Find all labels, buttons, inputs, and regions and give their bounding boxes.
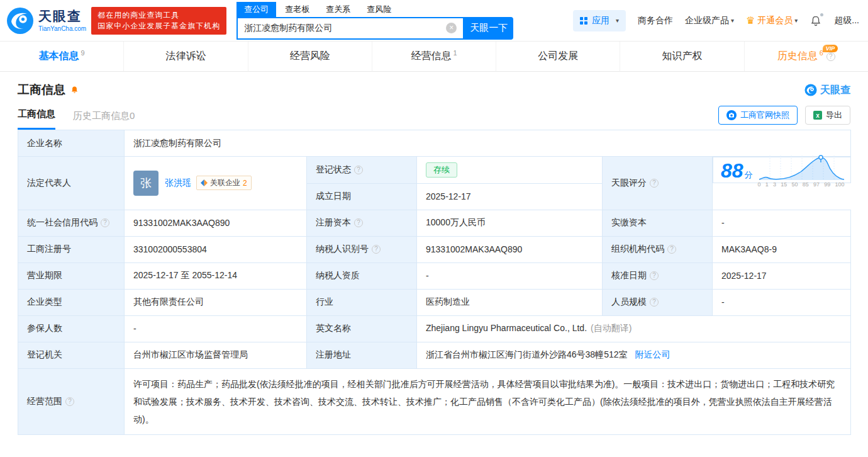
score-axis: 013 155085 9799100	[758, 181, 845, 188]
tab-label: 基本信息	[39, 50, 79, 63]
tab-intellectual-property[interactable]: 知识产权	[620, 42, 743, 71]
industry-label: 行业	[307, 289, 417, 315]
apps-menu-button[interactable]: 应用 ▾	[573, 10, 626, 31]
subtab-business-info[interactable]: 工商信息	[18, 108, 55, 130]
header-nav: 应用 ▾ 商务合作 企业级产品 ▾ ♛ 开通会员 ▾ 超级...	[573, 10, 859, 31]
business-term-value: 2025-12-17 至 2055-12-14	[125, 262, 307, 289]
score-cell: 88分	[713, 157, 851, 183]
score-label: 天眼评分?	[603, 157, 713, 210]
search-tab-company[interactable]: 查公司	[236, 2, 276, 17]
nav-business-cooperation[interactable]: 商务合作	[638, 15, 673, 26]
industry-value: 医药制造业	[417, 289, 603, 315]
company-name-label: 企业名称	[18, 130, 125, 157]
search-area: 查公司 查老板 查关系 查风险 × 天眼一下	[236, 2, 513, 40]
camera-icon	[726, 110, 737, 120]
logo-text: 天眼查 TianYanCha.com	[38, 9, 86, 31]
insured-count-value: -	[125, 315, 307, 342]
tianyancha-logo[interactable]: 天眼查 TianYanCha.com	[6, 7, 86, 35]
reg-address-value: 浙江省台州市椒江区海门街道外沙路46号38幢512室 附近公司	[417, 342, 851, 368]
approval-date-value: 2025-12-17	[713, 262, 851, 289]
search-input[interactable]	[238, 23, 446, 33]
reg-status-label: 登记状态?	[307, 157, 417, 184]
table-row: 登记机关 台州市椒江区市场监督管理局 注册地址 浙江省台州市椒江区海门街道外沙路…	[18, 342, 851, 368]
chevron-down-icon: ▾	[616, 17, 619, 24]
taxpayer-quality-value: -	[417, 262, 603, 289]
business-term-label: 营业期限	[18, 262, 125, 289]
reg-number-value: 331002000553804	[125, 236, 307, 262]
approval-date-label: 核准日期?	[603, 262, 713, 289]
related-companies-count: 2	[243, 179, 247, 188]
clear-search-icon[interactable]: ×	[446, 23, 457, 33]
related-companies-label: 关联企业	[210, 178, 240, 188]
tianyancha-logo-icon	[804, 84, 817, 96]
nav-enterprise-products[interactable]: 企业级产品 ▾	[685, 15, 734, 26]
subscribe-bell-icon[interactable]	[70, 85, 79, 95]
info-icon[interactable]: ?	[650, 179, 659, 188]
search-tab-risk[interactable]: 查风险	[359, 2, 399, 17]
tianyancha-logo-icon	[6, 7, 34, 35]
info-icon[interactable]: ?	[826, 52, 835, 61]
related-companies-icon	[201, 179, 208, 186]
establish-date-label: 成立日期	[307, 183, 417, 210]
tab-count: 6	[820, 49, 823, 57]
info-icon[interactable]: ?	[650, 271, 659, 280]
tab-basic-info[interactable]: 基本信息9	[0, 42, 123, 71]
notification-bell-icon[interactable]	[810, 14, 822, 27]
info-icon[interactable]: ?	[372, 245, 381, 254]
info-icon[interactable]: ?	[65, 397, 74, 406]
subtab-history-business-info[interactable]: 历史工商信息0	[73, 110, 135, 130]
table-row: 企业名称 浙江凌愈制药有限公司	[18, 130, 851, 157]
tab-operation-info[interactable]: 经营信息1	[372, 42, 496, 71]
tab-operational-risk[interactable]: 经营风险	[248, 42, 372, 71]
open-vip-label: 开通会员	[757, 15, 793, 26]
tab-label: 经营风险	[290, 50, 330, 63]
status-badge: 存续	[426, 162, 457, 178]
apps-label: 应用	[592, 15, 609, 26]
tab-count: 9	[81, 49, 85, 57]
tab-label: 历史信息	[777, 50, 818, 63]
paid-capital-value: -	[713, 210, 851, 236]
company-section-tabs: 基本信息9 法律诉讼 经营风险 经营信息1 公司发展 知识产权 VIP 历史信息…	[0, 42, 868, 72]
tab-legal-proceedings[interactable]: 法律诉讼	[123, 42, 247, 71]
search-tab-boss[interactable]: 查老板	[277, 2, 317, 17]
table-row: 工商注册号 331002000553804 纳税人识别号? 91331002MA…	[18, 236, 851, 262]
slogan-line-2: 国家中小企业发展子基金旗下机构	[97, 21, 220, 31]
chevron-down-icon: ▾	[794, 17, 798, 24]
tab-history-info[interactable]: VIP 历史信息6 ?	[744, 42, 868, 71]
staff-size-label: 人员规模?	[603, 289, 713, 315]
section-title: 工商信息	[18, 82, 65, 98]
chevron-down-icon: ▾	[731, 17, 734, 24]
apps-grid-icon	[580, 17, 587, 25]
legal-rep-name-link[interactable]: 张洪瑶	[165, 178, 191, 189]
nav-open-vip[interactable]: ♛ 开通会员 ▾	[746, 15, 798, 26]
search-button[interactable]: 天眼一下	[464, 17, 513, 40]
staff-size-value: -	[713, 289, 851, 315]
nearby-companies-link[interactable]: 附近公司	[635, 349, 670, 359]
info-icon[interactable]: ?	[650, 298, 659, 307]
score-value: 88分	[721, 161, 753, 181]
search-box: ×	[236, 17, 464, 40]
taxpayer-quality-label: 纳税人资质	[307, 262, 417, 289]
legal-rep-avatar[interactable]: 张	[133, 171, 159, 196]
search-tabs: 查公司 查老板 查关系 查风险	[236, 2, 513, 17]
org-code-value: MAK3AAQ8-9	[713, 236, 851, 262]
search-tab-relation[interactable]: 查关系	[318, 2, 358, 17]
tianyancha-watermark: 天眼查	[804, 84, 850, 97]
tab-company-development[interactable]: 公司发展	[496, 42, 620, 71]
info-icon[interactable]: ?	[667, 245, 676, 254]
credit-code-value: 91331002MAK3AAQ890	[125, 210, 307, 236]
info-icon[interactable]: ?	[354, 166, 363, 174]
reg-capital-value: 10000万人民币	[417, 210, 603, 236]
insured-count-label: 参保人数	[18, 315, 125, 342]
snapshot-label: 工商官网快照	[740, 110, 789, 121]
legal-rep-cell: 张 张洪瑶 关联企业 2	[125, 157, 307, 210]
taxpayer-id-label: 纳税人识别号?	[307, 236, 417, 262]
nav-super-vip[interactable]: 超级...	[834, 15, 859, 26]
export-label: 导出	[826, 110, 842, 121]
info-icon[interactable]: ?	[101, 218, 109, 227]
info-icon[interactable]: ?	[354, 218, 363, 227]
related-companies-badge[interactable]: 关联企业 2	[196, 176, 252, 190]
official-snapshot-button[interactable]: 工商官网快照	[718, 106, 798, 125]
export-button[interactable]: x 导出	[805, 106, 850, 125]
business-scope-label: 经营范围?	[18, 368, 125, 434]
